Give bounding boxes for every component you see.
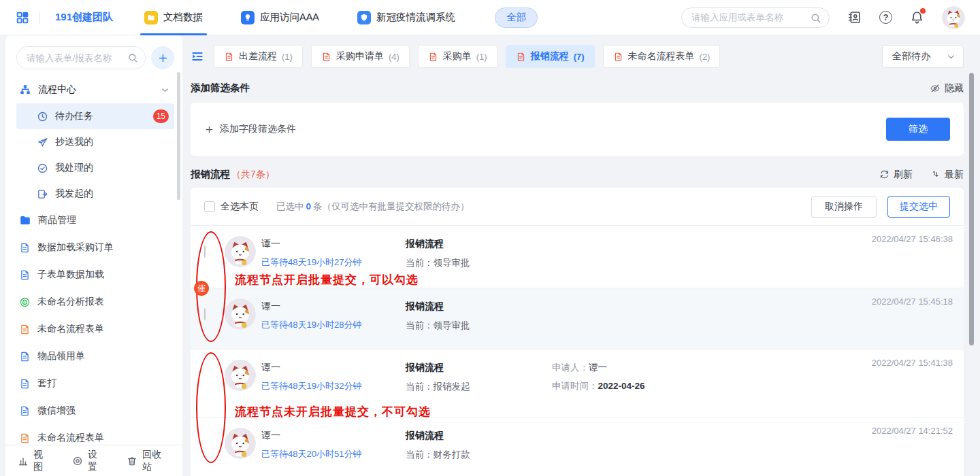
views-button[interactable]: 视图: [18, 449, 52, 473]
sidebar-item-product-mgmt[interactable]: 商品管理: [16, 207, 174, 234]
row-checkbox[interactable]: [204, 245, 206, 258]
main-scrollbar[interactable]: [969, 73, 974, 345]
paper-plane-icon: [37, 137, 48, 148]
contacts-icon[interactable]: [847, 10, 862, 24]
urge-badge[interactable]: 催: [194, 281, 209, 296]
current-node: 当前：报销发起: [406, 381, 552, 393]
sort-latest-button[interactable]: 最新: [930, 169, 964, 181]
sidebar-item-wechat-enhance[interactable]: 微信增强: [16, 397, 174, 424]
waiting-time[interactable]: 已等待48天19小时27分钟: [261, 256, 406, 269]
todo-filter-value: 全部待办: [892, 50, 946, 63]
add-form-button[interactable]: [151, 46, 174, 69]
collapse-list-icon[interactable]: [191, 50, 204, 63]
user-avatar[interactable]: [942, 6, 965, 29]
sidebar-item-started-by-me[interactable]: 我发起的: [16, 181, 174, 207]
filter-button[interactable]: 筛选: [886, 118, 950, 141]
sidebar-item-item-requisition[interactable]: 物品领用单: [16, 343, 174, 370]
list-header: 报销流程 （共7条） 刷新 最新: [191, 168, 964, 181]
tab-unnamed-flow-form[interactable]: 未命名流程表单 (2): [603, 45, 721, 68]
todo-filter-select[interactable]: 全部待办: [882, 45, 964, 68]
tab-label: 报销流程: [531, 50, 569, 63]
todo-row[interactable]: 谭一 已等待48天19小时28分钟 报销流程 当前：领导审批 2022/04/2…: [191, 288, 964, 350]
sidebar-item-label: 我处理的: [55, 162, 93, 174]
hide-filters-link[interactable]: 隐藏: [930, 82, 964, 95]
footer-label: 视图: [33, 449, 52, 473]
doc-icon: [19, 432, 31, 444]
flow-tabs-row: 出差流程 (1) 采购申请单 (4) 采购单 (1) 报销流程 (7) 未命名流…: [191, 45, 964, 68]
sidebar-item-subform-data-load[interactable]: 子表单数据加载: [16, 261, 174, 288]
sidebar-item-data-load-order[interactable]: 数据加载采购订单: [16, 234, 174, 261]
trash-icon: [127, 456, 137, 466]
sidebar-item-unnamed-report[interactable]: 未命名分析报表: [16, 288, 174, 316]
main-content: 出差流程 (1) 采购申请单 (4) 采购单 (1) 报销流程 (7) 未命名流…: [182, 35, 980, 476]
annotation-cannot-check: 流程节点未开启批量提交，不可勾选: [235, 404, 431, 420]
sidebar-item-label: 我发起的: [55, 188, 93, 200]
applicant-value: 谭一: [589, 362, 607, 373]
doc-icon: [224, 52, 234, 62]
clock-icon: [37, 111, 48, 122]
header-search: [681, 7, 830, 28]
sidebar-item-cc-to-me[interactable]: 抄送我的: [16, 129, 174, 155]
sidebar-group-process-center[interactable]: 流程中心: [16, 76, 174, 103]
sidebar-item-handled-by-me[interactable]: 我处理的: [16, 155, 174, 181]
applicant-name: 谭一: [261, 362, 406, 374]
app-tab-covid-system[interactable]: 新冠疫情流调系统: [357, 0, 455, 35]
row-timestamp: 2022/04/27 14:21:52: [872, 426, 953, 436]
settings-button[interactable]: 设置: [72, 449, 106, 473]
row-checkbox[interactable]: [204, 308, 206, 320]
cancel-operation-button[interactable]: 取消操作: [811, 196, 877, 218]
tab-purchase-request[interactable]: 采购申请单 (4): [311, 45, 410, 68]
refresh-button[interactable]: 刷新: [879, 169, 913, 181]
waiting-time[interactable]: 已等待48天19小时32分钟: [261, 380, 406, 392]
app-tab-doc-data[interactable]: 文档数据: [144, 0, 203, 35]
notifications-bell-icon[interactable]: [910, 10, 924, 24]
sidebar-search-input[interactable]: [17, 47, 145, 69]
search-icon[interactable]: [810, 12, 821, 24]
eye-off-icon: [930, 83, 941, 94]
all-apps-pill[interactable]: 全部: [495, 7, 538, 28]
add-field-filter-button[interactable]: 添加字段筛选条件: [204, 123, 296, 135]
sidebar-footer: 视图 设置 回收站: [5, 445, 182, 476]
sort-label: 最新: [945, 169, 964, 181]
tab-label: 未命名流程表单: [628, 50, 695, 63]
tab-reimbursement-flow[interactable]: 报销流程 (7): [506, 45, 595, 68]
doc-icon: [428, 52, 438, 62]
team-name[interactable]: 191创建团队: [55, 11, 113, 24]
chevron-down-icon[interactable]: [160, 85, 170, 95]
app-tab-app-access[interactable]: 应用访问AAA: [241, 0, 319, 35]
sidebar-item-todo-tasks[interactable]: 待办任务 15: [16, 103, 174, 129]
search-icon[interactable]: [127, 52, 138, 63]
app-tab-label: 文档数据: [163, 11, 203, 24]
apps-grid-icon[interactable]: [15, 10, 30, 25]
select-all-label[interactable]: 全选本页: [220, 201, 259, 213]
todo-count-badge: 15: [153, 109, 169, 123]
sidebar-item-unnamed-flow-form[interactable]: 未命名流程表单: [16, 316, 174, 343]
recycle-bin-button[interactable]: 回收站: [127, 449, 170, 473]
tab-label: 出差流程: [239, 50, 277, 63]
flow-name: 报销流程: [406, 430, 552, 442]
row-timestamp: 2022/04/27 15:41:38: [872, 358, 953, 368]
selection-toolbar: 全选本页 已选中0条（仅可选中有批量提交权限的待办） 取消操作 提交选中: [191, 188, 964, 226]
todo-row[interactable]: 谭一 已等待48天20小时51分钟 报销流程 当前：财务打款 2022/04/2…: [191, 418, 964, 476]
select-all-checkbox[interactable]: [204, 201, 215, 212]
check-circle-icon: [37, 163, 48, 174]
waiting-time[interactable]: 已等待48天19小时28分钟: [261, 319, 406, 331]
sidebar-scrollbar[interactable]: [177, 72, 180, 200]
apply-time-value: 2022-04-26: [598, 381, 645, 391]
selected-info: 已选中0条（仅可选中有批量提交权限的待办）: [276, 201, 470, 213]
header-search-input[interactable]: [682, 8, 829, 27]
report-target-icon: [19, 296, 31, 308]
tab-purchase-order[interactable]: 采购单 (1): [418, 45, 497, 68]
waiting-time[interactable]: 已等待48天20小时51分钟: [261, 448, 406, 460]
current-node: 当前：领导审批: [406, 320, 552, 332]
submit-selected-button[interactable]: 提交选中: [887, 196, 950, 218]
top-header: 191创建团队 文档数据 应用访问AAA 新冠疫情流调系统 全部 ?: [0, 0, 980, 35]
notification-dot: [920, 8, 926, 14]
annotation-can-check: 流程节点开启批量提交，可以勾选: [235, 272, 419, 288]
avatar: [225, 236, 256, 267]
hide-label: 隐藏: [945, 82, 964, 95]
tab-business-trip-flow[interactable]: 出差流程 (1): [214, 45, 303, 68]
sidebar-item-label: 未命名流程表单: [37, 432, 104, 444]
help-icon[interactable]: ?: [879, 11, 892, 24]
sidebar-item-print-template[interactable]: 套打: [16, 370, 174, 397]
